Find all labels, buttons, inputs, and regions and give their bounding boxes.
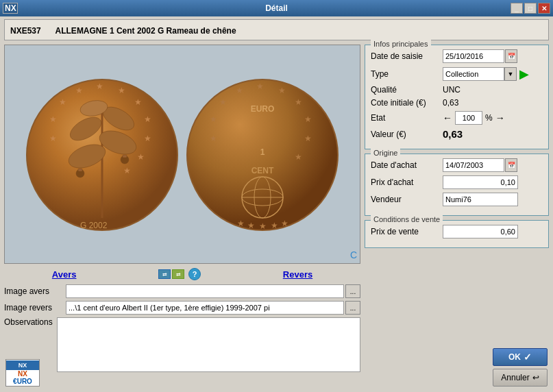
bottom-buttons: OK ✓ Annuler ↩ bbox=[493, 348, 548, 387]
type-row: Type ▼ ▶ bbox=[371, 66, 543, 82]
prix-achat-input[interactable] bbox=[443, 175, 518, 189]
date-saisie-row: Date de saisie 📅 bbox=[371, 49, 543, 63]
image-fields: Image avers ... Image revers ... Observa… bbox=[4, 284, 360, 372]
svg-text:★: ★ bbox=[256, 82, 263, 91]
swap-icon[interactable]: ⇄ ⇄ bbox=[158, 269, 184, 279]
image-revers-input[interactable] bbox=[66, 301, 344, 315]
date-saisie-input[interactable] bbox=[443, 49, 504, 63]
svg-text:★: ★ bbox=[123, 166, 130, 175]
vendeur-input[interactable] bbox=[443, 193, 518, 206]
left-panel: ★ ★ ★ ★ ★ ★ ★ ★ ★ ★ ★ bbox=[4, 45, 360, 375]
svg-text:NX: NX bbox=[5, 3, 16, 13]
image-avers-label: Image avers bbox=[4, 286, 66, 296]
cote-initiale-row: Cote initiale (€) 0,63 bbox=[371, 98, 543, 108]
type-dropdown-button[interactable]: ▼ bbox=[504, 67, 517, 81]
type-label: Type bbox=[371, 69, 443, 79]
svg-text:★: ★ bbox=[136, 152, 144, 162]
svg-text:★: ★ bbox=[134, 97, 141, 107]
coin-header: NXE537 ALLEMAGNE 1 Cent 2002 G Rameau de… bbox=[4, 19, 549, 40]
etat-row: Etat ← % → bbox=[371, 111, 543, 125]
maximize-button[interactable]: □ bbox=[524, 3, 537, 14]
infos-principales-box: Infos principales Date de saisie 📅 Type … bbox=[365, 45, 549, 149]
image-avers-row: Image avers ... bbox=[4, 284, 360, 298]
revers-coin-image: ★ ★ ★ ★ ★ ★ ★ ★ ★ ★ EURO bbox=[184, 51, 341, 257]
coin-id: NXE537 bbox=[10, 26, 41, 36]
ok-checkmark-icon: ✓ bbox=[524, 352, 532, 363]
svg-text:★: ★ bbox=[278, 86, 285, 95]
conditions-vente-box: Conditions de vente Prix de vente bbox=[365, 220, 549, 248]
close-button[interactable]: ✕ bbox=[538, 3, 550, 14]
origine-title: Origine bbox=[371, 149, 400, 157]
svg-text:★: ★ bbox=[294, 97, 302, 107]
prix-achat-label: Prix d'achat bbox=[371, 177, 443, 187]
svg-text:EURO: EURO bbox=[250, 104, 274, 114]
date-saisie-calendar-button[interactable]: 📅 bbox=[505, 49, 517, 63]
svg-text:★: ★ bbox=[209, 114, 217, 124]
date-achat-calendar-button[interactable]: 📅 bbox=[505, 158, 517, 172]
ok-button[interactable]: OK ✓ bbox=[493, 348, 548, 366]
vendeur-label: Vendeur bbox=[371, 195, 443, 204]
content-area: ★ ★ ★ ★ ★ ★ ★ ★ ★ ★ ★ bbox=[4, 45, 549, 375]
prix-vente-input[interactable] bbox=[443, 225, 518, 238]
valeur-label: Valeur (€) bbox=[371, 130, 443, 139]
svg-text:★: ★ bbox=[143, 134, 151, 143]
date-achat-label: Date d'achat bbox=[371, 160, 443, 170]
svg-text:★: ★ bbox=[75, 86, 82, 95]
qualite-value: UNC bbox=[443, 85, 460, 95]
window-title: Détail bbox=[265, 3, 288, 13]
type-input[interactable] bbox=[443, 67, 504, 81]
valeur-value: 0,63 bbox=[443, 128, 463, 140]
prix-achat-row: Prix d'achat bbox=[371, 175, 543, 189]
svg-text:G  2002: G 2002 bbox=[80, 221, 108, 230]
cote-initiale-label: Cote initiale (€) bbox=[371, 98, 443, 108]
qualite-row: Qualité UNC bbox=[371, 85, 543, 95]
vendeur-row: Vendeur bbox=[371, 193, 543, 206]
svg-text:★: ★ bbox=[219, 97, 226, 107]
bottom-logo: NX NX €URO bbox=[5, 359, 40, 387]
svg-text:★: ★ bbox=[236, 219, 244, 228]
prix-vente-label: Prix de vente bbox=[371, 227, 443, 236]
observations-label: Observations bbox=[4, 317, 57, 327]
infos-principales-title: Infos principales bbox=[371, 40, 431, 48]
origine-box: Origine Date d'achat 📅 Prix d'achat Vend… bbox=[365, 154, 549, 216]
type-confirm-icon: ▶ bbox=[519, 66, 529, 82]
observations-input[interactable] bbox=[57, 317, 360, 372]
image-avers-browse-button[interactable]: ... bbox=[345, 284, 360, 298]
valeur-row: Valeur (€) 0,63 bbox=[371, 128, 543, 140]
right-panel: Infos principales Date de saisie 📅 Type … bbox=[365, 45, 549, 375]
qualite-label: Qualité bbox=[371, 85, 443, 95]
etat-increase-button[interactable]: → bbox=[495, 112, 505, 123]
logo-top-text: NX bbox=[18, 370, 27, 378]
percent-sign: % bbox=[485, 113, 493, 123]
cancel-button[interactable]: Annuler ↩ bbox=[493, 369, 548, 387]
camera-icon: C bbox=[350, 249, 357, 260]
svg-text:★: ★ bbox=[49, 114, 56, 124]
svg-text:★: ★ bbox=[247, 221, 254, 230]
app-logo: NX bbox=[3, 3, 18, 14]
svg-text:1: 1 bbox=[260, 147, 265, 157]
minimize-button[interactable]: _ bbox=[511, 3, 523, 14]
svg-text:★: ★ bbox=[95, 82, 103, 91]
svg-text:CENT: CENT bbox=[251, 166, 273, 175]
date-achat-row: Date d'achat 📅 bbox=[371, 158, 543, 172]
svg-rect-23 bbox=[123, 155, 127, 158]
svg-text:★: ★ bbox=[304, 114, 311, 124]
help-icon[interactable]: ? bbox=[188, 268, 201, 280]
svg-text:★: ★ bbox=[294, 152, 302, 162]
etat-percent-input[interactable] bbox=[455, 111, 482, 125]
revers-label[interactable]: Revers bbox=[283, 269, 312, 280]
svg-text:★: ★ bbox=[58, 97, 66, 107]
date-saisie-label: Date de saisie bbox=[371, 51, 443, 61]
coins-display: ★ ★ ★ ★ ★ ★ ★ ★ ★ ★ ★ bbox=[4, 45, 360, 264]
etat-decrease-button[interactable]: ← bbox=[443, 112, 452, 123]
conditions-vente-title: Conditions de vente bbox=[371, 215, 443, 223]
image-revers-browse-button[interactable]: ... bbox=[345, 301, 360, 315]
main-content: NXE537 ALLEMAGNE 1 Cent 2002 G Rameau de… bbox=[0, 16, 553, 392]
svg-text:★: ★ bbox=[270, 221, 278, 230]
prix-vente-row: Prix de vente bbox=[371, 225, 543, 238]
image-avers-input[interactable] bbox=[66, 284, 344, 298]
avers-label[interactable]: Avers bbox=[52, 269, 77, 280]
avers-coin-image: ★ ★ ★ ★ ★ ★ ★ ★ ★ ★ ★ bbox=[23, 51, 181, 257]
etat-label: Etat bbox=[371, 113, 443, 123]
date-achat-input[interactable] bbox=[443, 158, 504, 172]
